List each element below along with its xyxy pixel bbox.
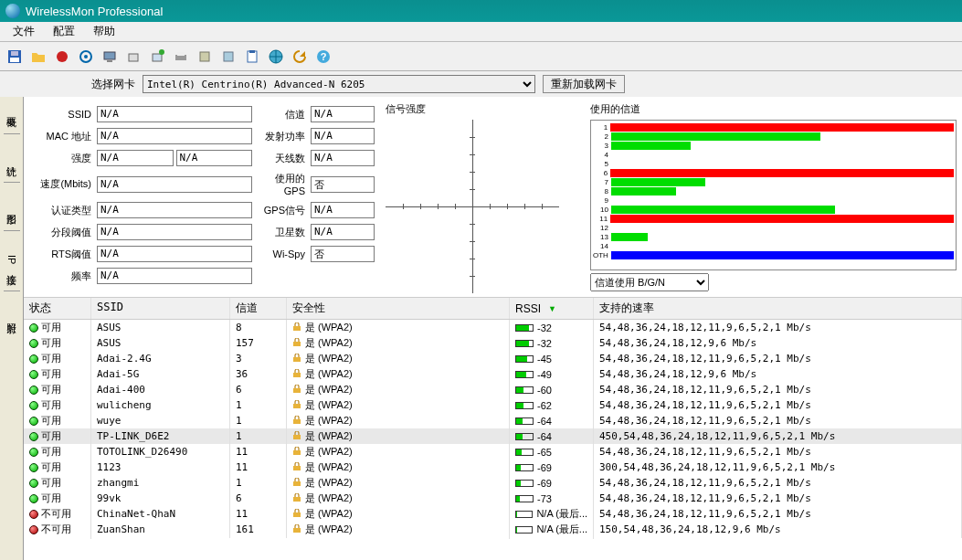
- signal-title: 信号强度: [386, 102, 576, 116]
- menu-config[interactable]: 配置: [44, 22, 84, 41]
- rssi-bar-icon: [515, 355, 534, 363]
- globe-icon[interactable]: [265, 46, 287, 68]
- rssi-bar-icon: [515, 480, 534, 487]
- toolbar: ?: [0, 42, 962, 71]
- channel-row: 5: [593, 159, 954, 168]
- tool2-icon[interactable]: [217, 46, 239, 68]
- status-dot-icon: [29, 510, 38, 519]
- rssi-bar-icon: [515, 526, 533, 534]
- svg-rect-25: [293, 404, 301, 408]
- val-sats: N/A: [311, 224, 375, 240]
- svg-rect-16: [249, 50, 255, 53]
- network-list[interactable]: 状态 SSID 信道 安全性 RSSI▼ 支持的速率 可用ASUS8是 (WPA…: [24, 298, 962, 560]
- svg-rect-21: [293, 342, 301, 346]
- channel-row: 14: [593, 241, 954, 250]
- sidebar: 概要 统计 图形 IP 连接 照射: [0, 97, 24, 560]
- help-icon[interactable]: ?: [312, 46, 334, 68]
- channel-panel: 使用的信道 1234567891011121314OTH 信道使用 B/G/N: [581, 97, 962, 297]
- lbl-auth: 认证类型: [29, 204, 95, 217]
- status-dot-icon: [29, 448, 38, 457]
- lock-icon: [292, 400, 301, 411]
- info-panel: SSID N/A 信道 N/A MAC 地址 N/A 发射功率 N/A 强度 N…: [24, 97, 380, 297]
- sidebar-tab-graph[interactable]: 图形: [3, 201, 20, 212]
- reload-adapter-button[interactable]: 重新加载网卡: [543, 75, 625, 93]
- channel-row: 11: [593, 214, 954, 223]
- sidebar-tab-summary[interactable]: 概要: [3, 104, 20, 115]
- channel-row: 3: [593, 141, 954, 150]
- header-security[interactable]: 安全性: [287, 298, 510, 319]
- titlebar: WirelessMon Professional: [0, 0, 962, 22]
- channel-row: 10: [593, 205, 954, 214]
- svg-rect-32: [293, 512, 301, 517]
- header-channel[interactable]: 信道: [230, 298, 287, 319]
- tool1-icon[interactable]: [194, 46, 216, 68]
- channel-row: 8: [593, 186, 954, 195]
- channel-row: 9: [593, 195, 954, 205]
- printer-icon[interactable]: [170, 46, 192, 68]
- sidebar-tab-map[interactable]: 照射: [3, 310, 20, 321]
- svg-text:?: ?: [321, 51, 327, 62]
- svg-rect-33: [293, 528, 301, 533]
- val-gps: 否: [311, 176, 375, 193]
- status-dot-icon: [29, 417, 38, 426]
- lock-icon: [292, 322, 301, 333]
- val-channel: N/A: [311, 106, 375, 122]
- device2-icon[interactable]: [146, 46, 168, 68]
- header-status[interactable]: 状态: [24, 298, 91, 319]
- status-dot-icon: [29, 525, 38, 534]
- val-wispy: 否: [311, 246, 375, 262]
- sidebar-tab-stats[interactable]: 统计: [3, 153, 20, 164]
- svg-point-5: [84, 55, 88, 58]
- header-rates[interactable]: 支持的速率: [594, 298, 962, 319]
- sort-desc-icon: ▼: [548, 304, 556, 313]
- svg-rect-29: [293, 466, 301, 470]
- list-header: 状态 SSID 信道 安全性 RSSI▼ 支持的速率: [24, 298, 962, 320]
- lock-icon: [292, 416, 301, 427]
- computer-icon[interactable]: [99, 46, 121, 68]
- channel-row: 2: [593, 132, 954, 141]
- lock-icon: [292, 354, 301, 365]
- header-rssi[interactable]: RSSI▼: [510, 298, 594, 319]
- channel-row: 12: [593, 223, 954, 232]
- lbl-ssid: SSID: [29, 109, 95, 120]
- svg-point-10: [159, 49, 164, 55]
- status-dot-icon: [29, 401, 38, 410]
- rssi-bar-icon: [515, 495, 534, 502]
- lbl-txpower: 发射功率: [254, 130, 309, 143]
- adapter-select[interactable]: Intel(R) Centrino(R) Advanced-N 6205: [143, 75, 535, 93]
- svg-rect-23: [293, 373, 301, 377]
- val-antenna: N/A: [311, 150, 375, 166]
- device1-icon[interactable]: [122, 46, 144, 68]
- rssi-bar-icon: [515, 433, 534, 440]
- svg-rect-6: [104, 52, 115, 59]
- refresh-icon[interactable]: [289, 46, 311, 68]
- clipboard-icon[interactable]: [241, 46, 263, 68]
- lock-icon: [292, 509, 301, 520]
- svg-rect-28: [293, 450, 301, 455]
- channel-mode-select[interactable]: 信道使用 B/G/N: [590, 273, 709, 291]
- channel-row: 4: [593, 150, 954, 159]
- val-freq: N/A: [97, 268, 252, 284]
- sidebar-tab-ip[interactable]: IP 连接: [3, 249, 20, 272]
- rssi-bar-icon: [515, 449, 534, 456]
- save-icon[interactable]: [4, 46, 26, 68]
- target-icon[interactable]: [75, 46, 97, 68]
- header-ssid[interactable]: SSID: [91, 298, 230, 319]
- status-dot-icon: [29, 354, 38, 364]
- lock-icon: [292, 524, 301, 535]
- folder-icon[interactable]: [27, 46, 49, 68]
- menu-help[interactable]: 帮助: [84, 22, 124, 41]
- status-dot-icon: [29, 432, 38, 441]
- status-dot-icon: [29, 323, 38, 333]
- status-dot-icon: [29, 463, 38, 472]
- svg-rect-1: [10, 58, 19, 62]
- table-row[interactable]: 不可用ZuanShan161是 (WPA2)N/A (最后...150,54,4…: [24, 522, 962, 537]
- record-icon[interactable]: [51, 46, 73, 68]
- svg-point-3: [57, 51, 68, 62]
- lbl-mac: MAC 地址: [29, 130, 95, 143]
- rssi-bar-icon: [515, 324, 534, 332]
- status-dot-icon: [29, 370, 38, 379]
- val-strength2: N/A: [176, 150, 253, 166]
- app-title: WirelessMon Professional: [26, 5, 163, 18]
- menu-file[interactable]: 文件: [4, 22, 44, 41]
